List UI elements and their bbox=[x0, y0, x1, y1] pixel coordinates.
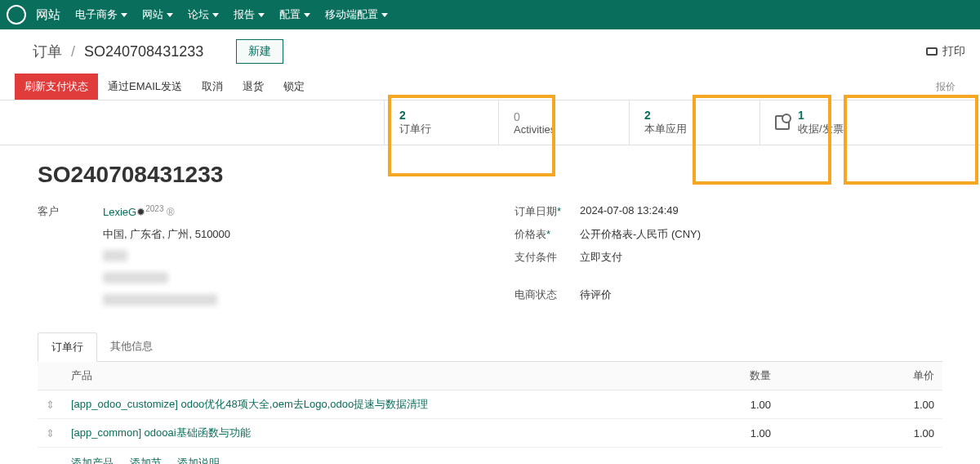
stat-buttons-row: 2 订单行 0 Activities 2 本单应用 1 收据/发票 bbox=[0, 100, 980, 145]
nav-mobile-config[interactable]: 移动端配置 bbox=[325, 7, 388, 22]
tab-order-lines[interactable]: 订单行 bbox=[38, 332, 97, 362]
col-price[interactable]: 单价 bbox=[779, 362, 942, 390]
payment-terms-value[interactable]: 立即支付 bbox=[580, 250, 942, 265]
cancel-button[interactable]: 取消 bbox=[192, 74, 233, 100]
so-number-title: SO240708431233 bbox=[38, 162, 942, 188]
qty-cell[interactable]: 1.00 bbox=[648, 390, 779, 419]
pricelist-value[interactable]: 公开价格表-人民币 (CNY) bbox=[580, 227, 942, 242]
customer-year-badge: 2023 bbox=[145, 204, 163, 213]
stat-order-lines[interactable]: 2 订单行 bbox=[384, 100, 498, 145]
order-form: SO240708431233 客户 LexieG✹2023 ® 中国, 广东省,… bbox=[0, 145, 980, 464]
print-button[interactable]: 打印 bbox=[926, 44, 965, 59]
stat-activities[interactable]: 0 Activities bbox=[498, 100, 629, 145]
registered-icon: ® bbox=[167, 206, 175, 218]
brand-title[interactable]: 网站 bbox=[36, 7, 60, 23]
redacted-line bbox=[103, 250, 127, 261]
customer-name-link[interactable]: LexieG bbox=[103, 206, 136, 218]
top-navbar: 网站 电子商务 网站 论坛 报告 配置 移动端配置 bbox=[0, 0, 980, 29]
tab-other-info[interactable]: 其他信息 bbox=[97, 332, 166, 361]
ecom-status-value[interactable]: 待评价 bbox=[580, 288, 942, 302]
nav-website[interactable]: 网站 bbox=[142, 7, 173, 22]
breadcrumb-root[interactable]: 订单 bbox=[33, 43, 62, 60]
nav-ecommerce[interactable]: 电子商务 bbox=[75, 7, 127, 22]
stat-invoice[interactable]: 1 收据/发票 bbox=[760, 100, 890, 145]
qty-cell[interactable]: 1.00 bbox=[648, 419, 779, 448]
drag-handle-icon[interactable]: ⇕ bbox=[38, 390, 63, 419]
add-product-link[interactable]: 添加产品 bbox=[71, 457, 114, 464]
breadcrumb-current: SO240708431233 bbox=[84, 43, 203, 60]
new-button[interactable]: 新建 bbox=[236, 39, 283, 64]
col-qty[interactable]: 数量 bbox=[648, 362, 779, 390]
lock-button[interactable]: 锁定 bbox=[274, 74, 314, 100]
action-bar: 刷新支付状态 通过EMAIL发送 取消 退货 锁定 报价 bbox=[0, 74, 980, 100]
product-link[interactable]: [app_common] odooai基础函数与功能 bbox=[71, 426, 251, 439]
edit-icon bbox=[775, 115, 790, 130]
caret-down-icon bbox=[121, 13, 127, 17]
caret-down-icon bbox=[167, 13, 173, 17]
nav-config[interactable]: 配置 bbox=[279, 7, 310, 22]
ecom-status-label: 电商状态 bbox=[514, 288, 580, 302]
customer-info-col: 客户 LexieG✹2023 ® 中国, 广东省, 广州, 510000 bbox=[38, 204, 466, 316]
nav-report[interactable]: 报告 bbox=[234, 7, 265, 22]
send-email-button[interactable]: 通过EMAIL发送 bbox=[98, 74, 192, 100]
caret-down-icon bbox=[304, 13, 310, 17]
customer-address: 中国, 广东省, 广州, 510000 bbox=[103, 227, 466, 242]
col-product[interactable]: 产品 bbox=[63, 362, 648, 390]
form-tabs: 订单行 其他信息 bbox=[38, 332, 942, 362]
pricelist-label: 价格表* bbox=[514, 227, 580, 242]
nav-forum[interactable]: 论坛 bbox=[188, 7, 219, 22]
order-date-label: 订单日期* bbox=[514, 204, 580, 219]
status-label: 报价 bbox=[926, 74, 965, 100]
gear-icon: ✹ bbox=[136, 206, 145, 218]
breadcrumb-row: 订单 / SO240708431233 新建 打印 bbox=[0, 29, 980, 74]
breadcrumb: 订单 / SO240708431233 bbox=[33, 42, 203, 61]
price-cell[interactable]: 1.00 bbox=[779, 419, 942, 448]
drag-handle-icon[interactable]: ⇕ bbox=[38, 419, 63, 448]
caret-down-icon bbox=[212, 13, 219, 17]
breadcrumb-sep: / bbox=[71, 43, 75, 60]
app-logo[interactable] bbox=[7, 5, 26, 25]
order-date-value[interactable]: 2024-07-08 13:24:49 bbox=[580, 204, 942, 219]
table-row[interactable]: ⇕ [app_common] odooai基础函数与功能 1.00 1.00 bbox=[38, 419, 942, 448]
redacted-line bbox=[103, 272, 168, 283]
order-lines-table: 产品 数量 单价 ⇕ [app_odoo_customize] odoo优化48… bbox=[38, 362, 942, 464]
customer-label: 客户 bbox=[38, 204, 103, 219]
add-note-link[interactable]: 添加说明 bbox=[177, 457, 220, 464]
payment-terms-label: 支付条件 bbox=[514, 250, 580, 265]
return-button[interactable]: 退货 bbox=[233, 74, 274, 100]
caret-down-icon bbox=[381, 13, 388, 17]
add-section-link[interactable]: 添加节 bbox=[130, 457, 162, 464]
price-cell[interactable]: 1.00 bbox=[779, 390, 942, 419]
redacted-line bbox=[103, 294, 217, 306]
stat-apps[interactable]: 2 本单应用 bbox=[629, 100, 760, 145]
order-info-col: 订单日期* 2024-07-08 13:24:49 价格表* 公开价格表-人民币… bbox=[514, 204, 942, 316]
print-icon bbox=[926, 47, 938, 56]
table-row[interactable]: ⇕ [app_odoo_customize] odoo优化48项大全,oem去L… bbox=[38, 390, 942, 419]
caret-down-icon bbox=[258, 13, 265, 17]
product-link[interactable]: [app_odoo_customize] odoo优化48项大全,oem去Log… bbox=[71, 398, 428, 410]
refresh-payment-button[interactable]: 刷新支付状态 bbox=[15, 74, 98, 100]
